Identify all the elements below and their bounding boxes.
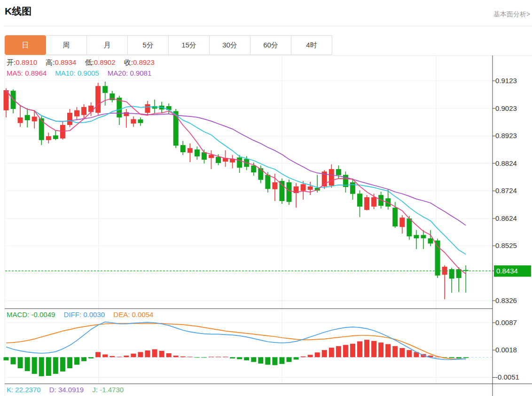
candle-body xyxy=(88,106,94,112)
macd-hist-bar xyxy=(230,357,235,358)
candle-body xyxy=(18,117,23,123)
candle-body xyxy=(350,182,355,194)
candle-body xyxy=(180,145,186,152)
candle-body xyxy=(131,119,136,124)
candle-body xyxy=(102,86,108,93)
candle-body xyxy=(32,116,37,121)
high-legend: 高:0.8934 xyxy=(46,58,76,66)
macd-hist-bar xyxy=(46,357,51,376)
macd-hist-bar xyxy=(463,357,469,358)
macd-hist-bar xyxy=(392,346,398,357)
macd-hist-bar xyxy=(329,348,334,357)
macd-hist-bar xyxy=(102,354,108,357)
macd-hist-bar xyxy=(287,357,292,362)
candle-body xyxy=(95,86,101,113)
macd-axis-label: 0.0087 xyxy=(495,318,517,326)
macd-hist-bar xyxy=(301,357,306,357)
price-axis-label: 0.8923 xyxy=(495,132,517,140)
open-legend: 开:0.8910 xyxy=(7,58,37,66)
macd-hist-bar xyxy=(138,352,143,357)
macd-hist-bar xyxy=(11,357,16,364)
candle-body xyxy=(407,218,412,236)
candle-body xyxy=(216,157,221,163)
candle-body xyxy=(124,112,129,116)
price-axis-label: 0.8326 xyxy=(495,296,517,304)
macd-hist-bar xyxy=(265,357,270,365)
macd-hist-bar xyxy=(294,357,299,359)
macd-hist-bar xyxy=(124,356,129,357)
macd-hist-bar xyxy=(364,340,369,357)
macd-hist-bar xyxy=(343,345,348,357)
macd-hist-bar xyxy=(279,357,284,364)
candle-body xyxy=(25,115,30,120)
ma5-legend: MA5: 0.8964 xyxy=(7,69,47,77)
macd-hist-bar xyxy=(67,357,72,368)
macd-axis-label: 0.0018 xyxy=(495,346,517,354)
macd-hist-bar xyxy=(272,357,277,365)
candle-body xyxy=(81,107,86,115)
ma5-line xyxy=(6,90,466,274)
macd-hist-bar xyxy=(385,344,391,357)
candle-body xyxy=(392,208,398,226)
price-axis-label: 0.8525 xyxy=(495,241,517,249)
macd-hist-bar xyxy=(378,342,383,357)
macd-hist-bar xyxy=(209,357,214,357)
macd-hist-bar xyxy=(53,357,58,373)
macd-hist-bar xyxy=(81,357,86,361)
candle-body xyxy=(364,197,369,210)
ma-legend: MA5: 0.8964 MA10: 0.9005 MA20: 0.9081 xyxy=(7,69,158,77)
macd-hist-bar xyxy=(88,357,94,358)
k-value: K: 22.2370 xyxy=(7,386,41,394)
macd-hist-bar xyxy=(399,348,405,357)
macd-hist-bar xyxy=(152,349,157,357)
macd-hist-bar xyxy=(60,357,65,371)
candle-body xyxy=(456,269,462,278)
macd-hist-bar xyxy=(95,352,101,357)
macd-hist-bar xyxy=(145,350,150,357)
macd-hist-bar xyxy=(173,356,179,357)
price-axis-label: 0.9123 xyxy=(495,77,517,85)
macd-hist-bar xyxy=(25,357,30,371)
macd-hist-bar xyxy=(188,357,193,357)
candle-body xyxy=(308,186,313,190)
kdj-legend: K: 22.2370 D: 34.0919 J: -1.4730 xyxy=(7,386,130,394)
candle-body xyxy=(287,182,292,202)
candle-body xyxy=(251,165,256,172)
macd-hist-bar xyxy=(131,354,136,357)
candle-body xyxy=(53,135,58,139)
d-value: D: 34.0919 xyxy=(49,386,84,394)
candle-body xyxy=(237,157,242,168)
candle-body xyxy=(279,181,284,201)
macd-hist-bar xyxy=(117,357,122,357)
macd-hist-bar xyxy=(456,357,462,358)
macd-hist-bar xyxy=(166,353,172,357)
macd-hist-bar xyxy=(180,357,186,357)
candle-body xyxy=(272,182,277,189)
macd-hist-bar xyxy=(32,357,37,373)
price-axis-label: 0.8824 xyxy=(495,159,517,167)
macd-hist-bar xyxy=(237,357,242,359)
macd-hist-bar xyxy=(74,357,79,365)
candle-body xyxy=(138,119,143,123)
ma10-legend: MA10: 0.9005 xyxy=(55,69,99,77)
candle-body xyxy=(195,149,200,156)
macd-hist-bar xyxy=(336,346,341,357)
j-value: J: -1.4730 xyxy=(92,386,124,394)
tab-interval-0[interactable]: 日 xyxy=(5,35,46,55)
macd-hist-bar xyxy=(244,357,249,360)
macd-hist-bar xyxy=(195,357,200,357)
macd-hist-bar xyxy=(258,357,263,364)
low-legend: 低:0.8902 xyxy=(85,58,115,66)
price-axis-label: 0.9023 xyxy=(495,104,517,112)
candle-body xyxy=(336,169,341,175)
candle-body xyxy=(414,235,419,238)
candle-body xyxy=(301,184,306,191)
macd-axis-label: -0.0051 xyxy=(495,373,519,381)
macd-hist-bar xyxy=(315,352,320,357)
candle-body xyxy=(258,168,263,180)
macd-hist-bar xyxy=(322,350,327,357)
ma20-legend: MA20: 0.9081 xyxy=(108,69,151,77)
macd-hist-bar xyxy=(202,357,207,357)
price-axis-label: 0.8724 xyxy=(495,186,517,194)
macd-hist-bar xyxy=(407,350,412,357)
